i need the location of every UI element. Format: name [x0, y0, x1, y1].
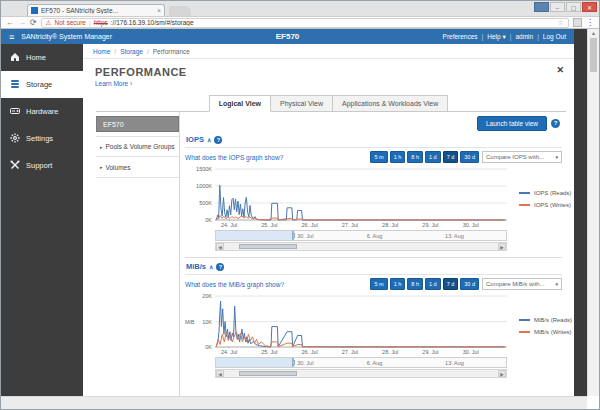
tab-strip: EF570 - SANtricity Syste... ×: [27, 4, 191, 16]
collapse-icon[interactable]: ∧: [209, 263, 213, 270]
iops-help-icon[interactable]: ?: [214, 136, 222, 144]
collapse-icon[interactable]: ∧: [207, 136, 211, 143]
learn-more-link[interactable]: Learn More ›: [95, 80, 574, 87]
y-tick-label: 1500K: [196, 166, 212, 172]
y-axis: 0K10KMiB20K: [185, 294, 215, 357]
time-range-5m[interactable]: 5 m: [370, 151, 387, 163]
time-range-8h[interactable]: 8 h: [407, 151, 423, 163]
tab-physical-view[interactable]: Physical View: [271, 95, 333, 112]
hamburger-icon[interactable]: ≡: [9, 32, 14, 42]
iops-navigator-scrollbar[interactable]: ◀▶: [215, 242, 507, 251]
minimize-icon[interactable]: –: [550, 2, 565, 12]
help-icon[interactable]: ?: [551, 119, 560, 128]
x-tick-label: 26. Jul: [302, 349, 318, 355]
time-range-8h[interactable]: 8 h: [407, 278, 423, 290]
scroll-right-icon[interactable]: ▶: [498, 370, 506, 377]
y-tick-label: 500K: [199, 200, 212, 206]
subnav-item-volumes[interactable]: ▸Volumes: [96, 157, 179, 178]
forward-icon[interactable]: →: [18, 17, 26, 28]
page-bottom-strip: [1, 396, 587, 409]
time-range-30d[interactable]: 30 d: [460, 151, 479, 163]
navigator-handle[interactable]: [292, 233, 295, 238]
sidebar-item-label: Home: [26, 53, 46, 62]
subnav-item-label: Volumes: [106, 164, 131, 171]
time-range-1h[interactable]: 1 h: [390, 278, 406, 290]
navigator-selection[interactable]: [216, 358, 294, 367]
tab-close-icon[interactable]: ×: [157, 7, 161, 14]
window-controls: – ▢ ✕: [534, 2, 597, 12]
mibs-time-range-buttons: 5 m1 h8 h1 d7 d30 d: [370, 278, 479, 290]
scroll-left-icon[interactable]: ◀: [216, 243, 224, 250]
not-secure-warning-icon: ⚠: [46, 19, 52, 27]
iops-range-navigator[interactable]: 30. Jul6. Aug13. Aug: [215, 230, 507, 241]
browser-tab[interactable]: EF570 - SANtricity Syste... ×: [27, 4, 165, 16]
chevron-down-icon: ▾: [555, 281, 558, 287]
legend-label: MiB/s (Writes): [534, 329, 572, 335]
mibs-compare-select[interactable]: Compare MiB/s with... ▾: [482, 278, 562, 290]
maximize-icon[interactable]: ▢: [566, 2, 581, 12]
sidebar-item-settings[interactable]: Settings: [1, 125, 83, 152]
extension-icon[interactable]: [573, 18, 582, 27]
browser-menu-icon[interactable]: ⋮: [586, 18, 594, 27]
mibs-navigator-scrollbar[interactable]: ◀▶: [215, 369, 507, 378]
iops-compare-select[interactable]: Compare IOPS with... ▾: [482, 151, 562, 163]
new-tab-button[interactable]: [169, 6, 191, 16]
mibs-help-icon[interactable]: ?: [216, 263, 224, 271]
time-range-30d[interactable]: 30 d: [460, 278, 479, 290]
header-menu-separator: |: [510, 33, 512, 40]
time-range-1d[interactable]: 1 d: [425, 151, 441, 163]
tab-applications-workloads-view[interactable]: Applications & Workloads View: [333, 95, 448, 112]
scrollbar-thumb[interactable]: [590, 38, 597, 72]
time-range-7d[interactable]: 7 d: [443, 151, 459, 163]
profile-button[interactable]: [534, 2, 549, 12]
header-link-admin[interactable]: admin: [515, 33, 533, 40]
navigator-scroll-thumb[interactable]: [239, 244, 297, 249]
launch-table-view-button[interactable]: Launch table view: [477, 116, 547, 131]
sidebar-item-home[interactable]: Home: [1, 44, 83, 71]
time-range-7d[interactable]: 7 d: [443, 278, 459, 290]
header-link-log-out[interactable]: Log Out: [543, 33, 566, 40]
time-range-1d[interactable]: 1 d: [425, 278, 441, 290]
iops-question-link[interactable]: What does the IOPS graph show?: [185, 154, 367, 161]
mibs-range-navigator[interactable]: 30. Jul6. Aug13. Aug: [215, 357, 507, 368]
navigator-scroll-thumb[interactable]: [239, 371, 297, 376]
time-range-5m[interactable]: 5 m: [370, 278, 387, 290]
browser-scrollbar[interactable]: ▲: [587, 29, 599, 396]
legend-swatch: [519, 319, 530, 321]
scroll-right-icon[interactable]: ▶: [498, 243, 506, 250]
header-link-help[interactable]: Help ▾: [487, 33, 505, 41]
back-icon[interactable]: ←: [6, 17, 14, 28]
sidebar-item-support[interactable]: Support: [1, 152, 83, 179]
sidebar-item-label: Settings: [26, 134, 53, 143]
chevron-down-icon: ▾: [555, 154, 558, 160]
navigator-date-label: 30. Jul: [297, 233, 313, 239]
sidebar-item-storage[interactable]: Storage: [1, 71, 83, 98]
sidebar-item-label: Hardware: [26, 107, 59, 116]
navigator-handle[interactable]: [292, 360, 295, 365]
subnav-item-pools-volume-groups[interactable]: ▸Pools & Volume Groups: [96, 136, 179, 157]
scroll-left-icon[interactable]: ◀: [216, 370, 224, 377]
favicon: [31, 7, 38, 14]
window-close-icon[interactable]: ✕: [582, 2, 597, 12]
sidebar-item-label: Support: [26, 161, 52, 170]
bookmark-star-icon[interactable]: ☆: [558, 19, 564, 27]
iops-chart: 0K500K1000K1500K24. Jul25. Jul26. Jul27.…: [185, 167, 562, 230]
y-axis: 0K500K1000K1500K: [185, 167, 215, 230]
header-link-preferences[interactable]: Preferences: [443, 33, 478, 40]
breadcrumb-performance[interactable]: Performance: [153, 48, 190, 55]
time-range-1h[interactable]: 1 h: [390, 151, 406, 163]
mibs-question-link[interactable]: What does the MiB/s graph show?: [185, 281, 367, 288]
x-tick-label: 27. Jul: [342, 349, 358, 355]
navigator-selection[interactable]: [216, 231, 294, 240]
breadcrumb-home[interactable]: Home: [93, 48, 110, 55]
breadcrumb-storage[interactable]: Storage: [120, 48, 143, 55]
close-icon[interactable]: ✕: [556, 65, 564, 75]
scroll-up-icon[interactable]: ▲: [588, 29, 599, 38]
address-field[interactable]: ⚠ Not secure | https ://176.16.39.10/sm/…: [41, 18, 569, 28]
reload-icon[interactable]: ⟳: [30, 17, 37, 28]
home-icon: [10, 52, 20, 64]
tab-logical-view[interactable]: Logical View: [209, 95, 271, 112]
x-tick-label: 30. Jul: [463, 349, 479, 355]
sidebar-item-hardware[interactable]: Hardware: [1, 98, 83, 125]
x-tick-label: 30. Jul: [463, 222, 479, 228]
